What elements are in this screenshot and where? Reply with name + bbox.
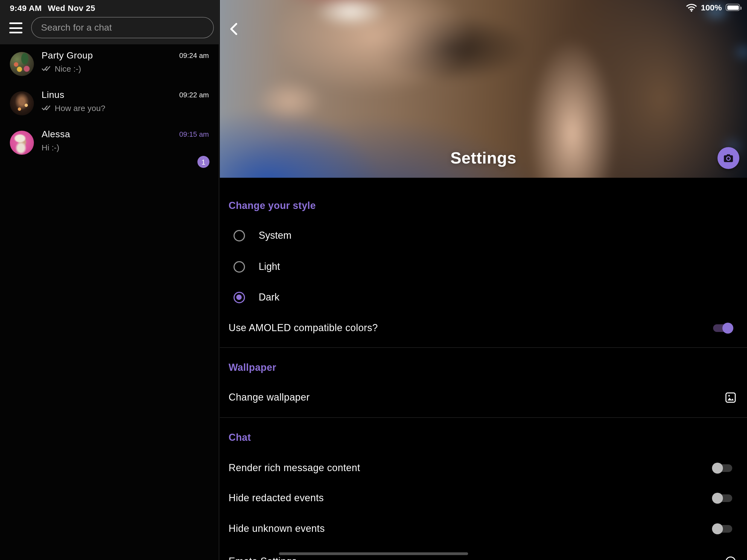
radio-unselected-icon[interactable]	[233, 230, 245, 241]
amoled-toggle-row[interactable]: Use AMOLED compatible colors?	[220, 316, 747, 340]
change-avatar-button[interactable]	[718, 147, 739, 169]
sidebar-appbar: 9:49 AM Wed Nov 25	[0, 0, 219, 44]
profile-header-image: 100% Settings	[220, 0, 747, 178]
render-rich-content-row[interactable]: Render rich message content	[220, 456, 747, 480]
section-header-wallpaper: Wallpaper	[229, 362, 276, 374]
chat-list: Party Group Nice :-) 09:24 am Linus How …	[0, 44, 219, 162]
chat-search-bar[interactable]	[31, 17, 214, 38]
chat-row-linus[interactable]: Linus How are you? 09:22 am	[0, 84, 219, 123]
theme-option-label: Dark	[259, 292, 279, 303]
back-button[interactable]	[226, 21, 243, 37]
theme-option-label: System	[259, 230, 291, 241]
toggle-thumb	[722, 323, 733, 334]
search-input[interactable]	[41, 22, 204, 33]
double-check-icon	[42, 66, 51, 72]
emoji-icon	[724, 555, 737, 560]
theme-option-label: Light	[259, 261, 280, 273]
toggle-off[interactable]	[713, 525, 732, 533]
chat-last-message: Hi :-)	[42, 143, 59, 152]
section-header-style: Change your style	[229, 200, 316, 212]
status-date: Wed Nov 25	[48, 3, 96, 12]
chat-timestamp: 09:22 am	[179, 91, 209, 99]
back-chevron-icon	[226, 21, 243, 37]
amoled-label: Use AMOLED compatible colors?	[229, 322, 378, 334]
unread-count-badge: 1	[198, 156, 209, 168]
toggle-off[interactable]	[713, 494, 732, 502]
chat-sidebar: 9:49 AM Wed Nov 25 Party Group Nice :-) …	[0, 0, 219, 560]
hide-unknown-events-row[interactable]: Hide unknown events	[220, 517, 747, 541]
settings-panel: 100% Settings Change your style System L…	[220, 0, 747, 560]
image-icon	[724, 391, 737, 404]
battery-percent: 100%	[701, 3, 722, 12]
change-wallpaper-label: Change wallpaper	[229, 392, 310, 403]
camera-icon	[722, 152, 735, 164]
toggle-off[interactable]	[713, 464, 732, 472]
page-title: Settings	[220, 149, 747, 167]
battery-icon	[726, 4, 740, 11]
wifi-icon	[686, 3, 697, 12]
hide-redacted-events-row[interactable]: Hide redacted events	[220, 486, 747, 510]
emote-settings-label: Emote Settings	[229, 556, 297, 560]
amoled-toggle-on[interactable]	[713, 324, 732, 332]
change-wallpaper-row[interactable]: Change wallpaper	[220, 385, 747, 410]
avatar[interactable]	[10, 131, 34, 155]
toggle-label: Hide unknown events	[229, 523, 325, 535]
double-check-icon	[42, 105, 51, 111]
chat-timestamp: 09:24 am	[179, 51, 209, 59]
radio-selected-icon[interactable]	[233, 292, 245, 303]
chat-message-text: How are you?	[55, 103, 105, 113]
chat-message-text: Nice :-)	[55, 64, 81, 73]
status-bar-right: 100%	[686, 3, 740, 12]
toggle-thumb	[712, 524, 723, 534]
section-divider	[220, 417, 747, 418]
chat-name: Linus	[42, 90, 64, 101]
theme-option-dark[interactable]: Dark	[220, 285, 747, 309]
section-header-chat: Chat	[229, 432, 251, 443]
toggle-thumb	[712, 463, 723, 474]
theme-option-light[interactable]: Light	[220, 255, 747, 279]
status-time: 9:49 AM	[10, 3, 42, 12]
avatar[interactable]	[10, 91, 34, 116]
chat-last-message: How are you?	[42, 103, 105, 113]
avatar[interactable]	[10, 52, 34, 76]
chat-last-message: Nice :-)	[42, 64, 81, 73]
radio-unselected-icon[interactable]	[233, 261, 245, 273]
toggle-label: Hide redacted events	[229, 492, 324, 504]
chat-message-text: Hi :-)	[42, 143, 59, 152]
home-indicator[interactable]	[279, 552, 468, 555]
chat-timestamp: 09:15 am	[179, 130, 209, 138]
section-divider	[220, 347, 747, 348]
theme-option-system[interactable]: System	[220, 224, 747, 248]
toggle-thumb	[712, 493, 723, 504]
toggle-label: Render rich message content	[229, 462, 360, 474]
chat-row-party-group[interactable]: Party Group Nice :-) 09:24 am	[0, 44, 219, 84]
chat-row-alessa[interactable]: Alessa Hi :-) 09:15 am 1	[0, 123, 219, 162]
app-screen: 9:49 AM Wed Nov 25 Party Group Nice :-) …	[0, 0, 747, 560]
chat-name: Alessa	[42, 129, 70, 140]
menu-icon[interactable]	[9, 22, 22, 33]
chat-name: Party Group	[42, 50, 93, 61]
status-bar-left: 9:49 AM Wed Nov 25	[10, 3, 95, 12]
